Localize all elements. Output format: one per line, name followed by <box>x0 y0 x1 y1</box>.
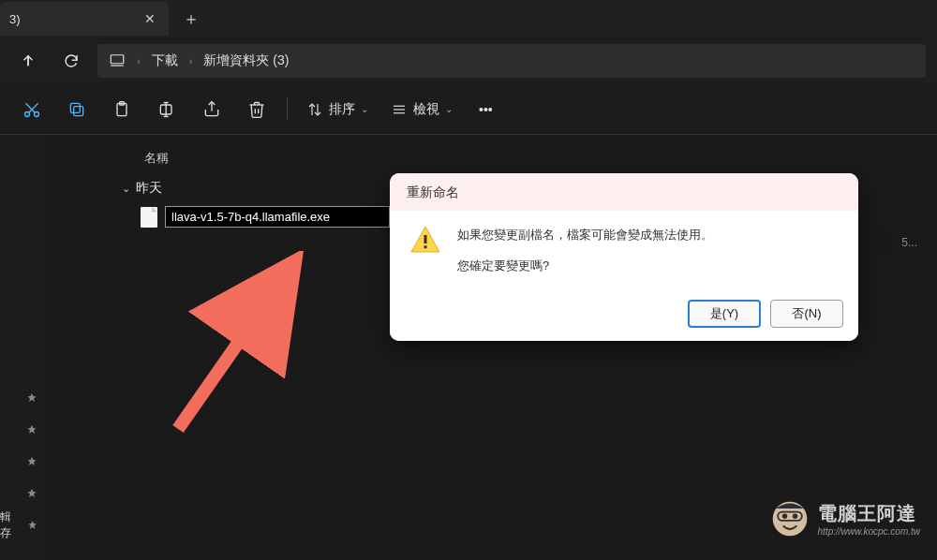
watermark-url: http://www.kocpc.com.tw <box>818 526 920 537</box>
sidebar-pin[interactable] <box>0 446 47 478</box>
filename-input[interactable] <box>165 206 390 228</box>
svg-rect-1 <box>111 54 124 63</box>
breadcrumb-item[interactable]: 新增資料夾 (3) <box>203 52 289 69</box>
back-button[interactable] <box>11 44 45 78</box>
watermark-logo-icon <box>769 498 811 539</box>
copy-button[interactable] <box>56 91 97 128</box>
dialog-yes-button[interactable]: 是(Y) <box>688 300 761 328</box>
chevron-down-icon: ⌄ <box>122 183 130 195</box>
chevron-right-icon: › <box>189 55 193 66</box>
svg-rect-22 <box>424 245 427 248</box>
rename-dialog: 重新命名 如果您變更副檔名，檔案可能會變成無法使用。 您確定要變更嗎? 是(Y)… <box>390 173 858 341</box>
svg-rect-7 <box>74 106 83 115</box>
dialog-message-2: 您確定要變更嗎? <box>457 255 713 278</box>
watermark-title: 電腦王阿達 <box>818 501 920 526</box>
dialog-message-1: 如果您變更副檔名，檔案可能會變成無法使用。 <box>457 224 713 247</box>
warning-icon <box>409 224 442 258</box>
svg-rect-8 <box>70 103 80 112</box>
sidebar-pin[interactable] <box>0 382 47 414</box>
tab-title: 3) <box>9 12 21 26</box>
pc-icon <box>109 52 126 71</box>
address-bar[interactable]: › 下載 › 新增資料夾 (3) <box>97 44 926 78</box>
delete-button[interactable] <box>236 91 277 128</box>
sidebar: 輯存 <box>0 135 47 560</box>
share-button[interactable] <box>191 91 232 128</box>
breadcrumb-item[interactable]: 下載 <box>152 52 178 69</box>
paste-button[interactable] <box>101 91 142 128</box>
chevron-down-icon: ⌄ <box>445 104 453 114</box>
rename-button[interactable] <box>146 91 187 128</box>
view-button[interactable]: 檢視 ⌄ <box>381 91 462 128</box>
watermark: 電腦王阿達 http://www.kocpc.com.tw <box>769 498 920 539</box>
sidebar-pin[interactable] <box>0 414 47 446</box>
svg-point-27 <box>792 514 797 520</box>
view-label: 檢視 <box>413 101 439 118</box>
window-tab[interactable]: 3) ✕ <box>0 2 169 36</box>
group-label: 昨天 <box>136 180 162 197</box>
new-tab-button[interactable]: ＋ <box>174 2 208 36</box>
sort-label: 排序 <box>329 101 355 118</box>
svg-rect-21 <box>424 235 427 243</box>
dialog-no-button[interactable]: 否(N) <box>770 300 843 328</box>
chevron-right-icon: › <box>137 55 141 66</box>
sidebar-pin[interactable] <box>0 478 47 509</box>
dialog-title: 重新命名 <box>390 173 858 211</box>
sort-button[interactable]: 排序 ⌄ <box>297 91 378 128</box>
column-header-name[interactable]: 名稱 <box>66 144 918 176</box>
svg-point-4 <box>35 111 39 116</box>
dots-icon: ••• <box>479 102 493 117</box>
cut-button[interactable] <box>11 91 52 128</box>
truncated-cell: 5... <box>867 230 923 255</box>
svg-point-26 <box>781 514 787 520</box>
file-icon <box>141 207 157 228</box>
chevron-down-icon: ⌄ <box>361 104 368 114</box>
svg-point-3 <box>25 111 30 116</box>
toolbar-divider <box>287 98 288 121</box>
close-icon[interactable]: ✕ <box>141 9 159 28</box>
more-button[interactable]: ••• <box>466 91 506 128</box>
sidebar-pin-labeled[interactable]: 輯存 <box>0 509 47 541</box>
refresh-button[interactable] <box>54 44 88 78</box>
